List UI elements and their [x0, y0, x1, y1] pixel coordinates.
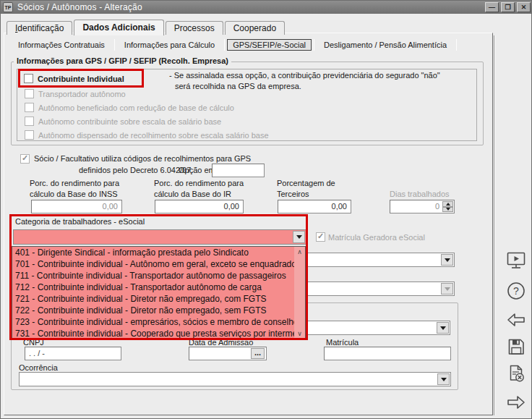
delete-record-button[interactable] — [505, 363, 527, 384]
gps-option-label: Autônomo dispensado de recolhimento sobr… — [38, 131, 269, 140]
save-button[interactable] — [505, 336, 527, 357]
gps-option-row: Autônomo beneficiado com redução de base… — [25, 103, 269, 112]
minimize-button[interactable]: — — [485, 2, 499, 12]
document-x-icon — [506, 363, 526, 384]
gps-option-row: Autônomo contribuinte sobre escala de sa… — [25, 117, 269, 126]
gps-option-row: Transportador autônomo — [25, 89, 269, 98]
gps-option-label: Transportador autônomo — [38, 90, 126, 98]
gps-option-label: Autônomo contribuinte sobre escala de sa… — [38, 117, 221, 126]
matricula-input[interactable] — [324, 347, 451, 360]
preview-monitor-button[interactable] — [505, 250, 527, 271]
terceiros-input[interactable]: 0,00 — [278, 200, 351, 213]
groupbox-gps-title: Informações para GPS / GFIP / SEFIP (Rec… — [14, 56, 231, 65]
chevron-down-icon[interactable] — [437, 322, 449, 334]
question-mark-icon: ? — [506, 281, 526, 301]
inss-input[interactable]: 0,00 — [31, 200, 122, 213]
dias-trabalhados-label: Dias trabalhados — [390, 190, 450, 198]
chevron-down-icon[interactable] — [293, 231, 305, 243]
inss-label-1: Porc. do rendimento para — [30, 179, 119, 187]
dropdown-scrollbar[interactable]: ∧ ∨ — [294, 247, 305, 339]
dropdown-item[interactable]: 721 - Contribuinte individual - Diretor … — [12, 293, 294, 305]
dropdown-item[interactable]: 711 - Contribuinte individual - Transpor… — [12, 270, 294, 282]
cnpj-input[interactable]: . . / - — [25, 347, 121, 360]
contribuinte-individual-checkbox[interactable] — [24, 74, 33, 83]
window-titlebar: TP Sócios / Autônomos - Alteração — ❒ ✕ — [1, 1, 532, 14]
terceiros-label-2: Terceiros — [277, 190, 309, 198]
close-button[interactable]: ✕ — [517, 2, 531, 12]
scroll-down-icon[interactable]: ∨ — [294, 329, 305, 339]
tab-identificacao[interactable]: Identificação — [7, 21, 72, 35]
save-diskette-icon — [506, 337, 526, 357]
scroll-up-icon[interactable]: ∧ — [294, 247, 305, 257]
subtab-informacoes-para-calculo[interactable]: Informações para Cálculo — [117, 39, 222, 51]
opcao-em-input[interactable] — [212, 164, 265, 177]
stepper-buttons — [442, 201, 453, 212]
separator — [314, 39, 314, 51]
chevron-down-icon[interactable] — [441, 254, 453, 266]
gps-option-label: Autônomo beneficiado com redução de base… — [38, 103, 234, 112]
socio-facultativo-checkbox[interactable] — [20, 154, 30, 164]
separator — [224, 39, 225, 51]
gps-option-checkbox[interactable] — [25, 130, 34, 140]
matricula-geradora-label: Matrícula Geradora eSocial — [328, 233, 425, 242]
terceiros-label-1: Porcentagem de — [277, 179, 335, 187]
toolbar-separator — [494, 35, 495, 415]
dropdown-item[interactable]: 701 - Contribuinte individual - Autônomo… — [12, 258, 294, 270]
subtab-gps-sefip-esocial[interactable]: GPS/SEFIP/e-Social — [227, 39, 312, 51]
separator — [114, 39, 115, 51]
categoria-esocial-combobox[interactable] — [13, 229, 306, 245]
arrow-right-icon — [506, 392, 526, 412]
socio-facultativo-label-1: Sócio / Facultativo utiliza códigos de r… — [34, 154, 251, 163]
note-line-1: - Se assinalada essa opção, a contribuiç… — [169, 71, 440, 80]
inss-label-2: cálculo da Base do INSS — [30, 190, 118, 198]
data-admissao-input[interactable]: ... — [189, 347, 267, 360]
socio-facultativo-label-2: definidos pelo Decreto 6.042/07. — [79, 166, 193, 174]
subtab-informacoes-contratuais[interactable]: Informações Contratuais — [11, 39, 112, 51]
categoria-selected-value — [14, 232, 17, 241]
gps-option-list: Transportador autônomo Autônomo benefici… — [25, 89, 269, 144]
tab-dados-adicionais[interactable]: Dados Adicionais — [74, 20, 163, 35]
gps-option-checkbox[interactable] — [25, 103, 34, 112]
stepper-down-icon[interactable] — [442, 207, 453, 213]
ir-input[interactable]: 0,00 — [155, 200, 244, 213]
svg-text:?: ? — [513, 285, 519, 297]
next-button[interactable] — [505, 392, 527, 413]
dropdown-item[interactable]: 401 - Dirigente Sindical - informação pr… — [12, 247, 294, 258]
matricula-label: Matrícula — [326, 338, 359, 347]
ocorrencia-combobox[interactable] — [19, 372, 451, 386]
dropdown-item[interactable]: 731 - Contribuinte individual - Cooperad… — [12, 328, 294, 339]
opcao-em-label: Opção em — [179, 166, 215, 174]
tab-processos[interactable]: Processos — [166, 21, 223, 35]
maximize-button[interactable]: ❒ — [501, 2, 515, 12]
ocorrencia-label: Ocorrência — [19, 363, 58, 372]
ir-label-2: cálculo da Base do IR — [154, 190, 231, 198]
dias-trabalhados-stepper[interactable]: 0 — [390, 200, 455, 213]
ocorrencia-value — [20, 375, 23, 384]
sub-tab-bar: Informações Contratuais Informações para… — [11, 38, 459, 51]
chevron-down-icon[interactable] — [437, 373, 450, 385]
chevron-down-icon[interactable] — [441, 283, 453, 295]
contribuinte-individual-label: Contribuinte Individual — [38, 75, 124, 83]
categoria-dropdown-list: 401 - Dirigente Sindical - informação pr… — [12, 246, 306, 339]
date-picker-ellipsis-button[interactable]: ... — [251, 348, 265, 359]
ir-label-1: Porc. do rendimento para — [154, 179, 244, 187]
gps-option-checkbox[interactable] — [25, 117, 34, 126]
tab-cooperado[interactable]: Cooperado — [225, 21, 285, 35]
stepper-up-icon[interactable] — [442, 201, 453, 207]
subtab-desligamento-pensao[interactable]: Desligamento / Pensão Alimentícia — [317, 39, 454, 51]
help-button[interactable]: ? — [505, 280, 527, 302]
window-title: Sócios / Autônomos - Alteração — [17, 1, 142, 14]
categoria-esocial-label: Categoria de trabalhadores - eSocial — [15, 217, 145, 226]
dropdown-item[interactable]: 712 - Contribuinte individual - Transpor… — [12, 282, 294, 293]
back-button[interactable] — [505, 309, 527, 331]
monitor-play-icon — [506, 250, 526, 271]
matricula-geradora-checkbox[interactable] — [316, 232, 325, 242]
gps-option-row: Autônomo dispensado de recolhimento sobr… — [25, 130, 269, 140]
separator — [456, 39, 457, 51]
arrow-left-icon — [506, 310, 526, 330]
dropdown-item[interactable]: 723 - Contribuinte individual - empresár… — [12, 316, 294, 328]
main-tab-bar: Identificação Dados Adicionais Processos… — [7, 19, 286, 35]
gps-option-checkbox[interactable] — [25, 89, 34, 98]
dropdown-item[interactable]: 722 - Contribuinte individual - Diretor … — [12, 305, 294, 316]
app-icon: TP — [3, 2, 13, 12]
